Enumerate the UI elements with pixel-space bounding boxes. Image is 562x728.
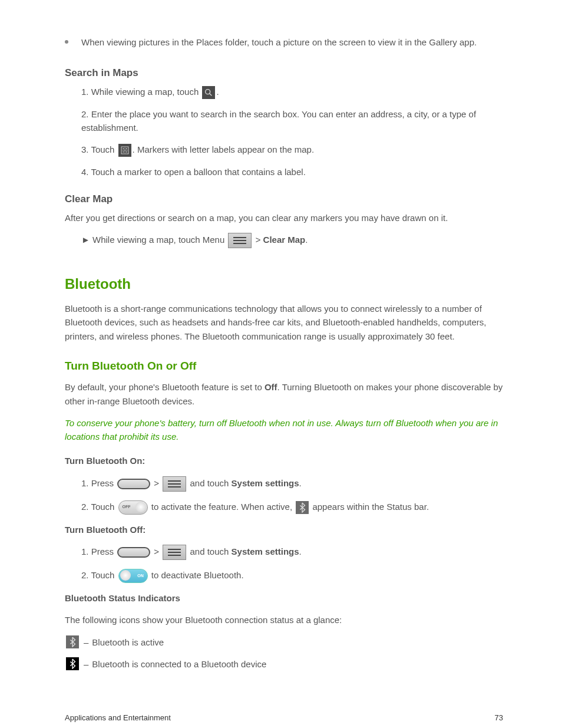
text: 1. While viewing a map, touch (81, 87, 201, 97)
bt-on-step-2: 2. Touch OFF ON to activate the feature.… (81, 500, 503, 515)
bluetooth-intro: Bluetooth is a short-range communication… (65, 302, 503, 343)
bt-on-step-1: 1. Press > and touch System settings. (81, 476, 503, 492)
bluetooth-status-icon (296, 501, 309, 514)
text: 2. Touch (81, 570, 117, 580)
bt-status-intro: The following icons show your Bluetooth … (65, 613, 503, 627)
bullet-text: When viewing pictures in the Places fold… (81, 35, 503, 49)
text: While viewing a map, touch Menu (92, 235, 227, 245)
dash: – (84, 657, 88, 671)
menu-icon (163, 476, 186, 492)
heading-search-in-maps: Search in Maps (65, 65, 503, 81)
text: 3. Touch (81, 144, 117, 154)
map-result-icon (118, 144, 131, 157)
svg-point-6 (125, 151, 127, 153)
text: . (299, 546, 302, 556)
turn-on-label: Turn Bluetooth On: (65, 454, 503, 467)
text: 1. Press (81, 478, 116, 488)
text: . (216, 87, 219, 97)
dash: – (84, 635, 88, 649)
bt-default-text: By default, your phone's Bluetooth featu… (65, 380, 503, 408)
bt-tip: To conserve your phone's battery, turn o… (65, 416, 503, 444)
indicator-text: Bluetooth is active (92, 635, 164, 649)
text: appears within the Status bar. (312, 502, 429, 512)
toggle-off-text: OFF (122, 504, 130, 510)
footer-page-number: 73 (495, 712, 503, 724)
search-step-2: 2. Enter the place you want to search in… (81, 107, 503, 135)
heading-bluetooth: Bluetooth (65, 273, 503, 295)
indicator-text: Bluetooth is connected to a Bluetooth de… (92, 657, 266, 671)
indicator-active: – Bluetooth is active (65, 635, 503, 649)
search-icon (202, 86, 215, 99)
bt-off-step-1: 1. Press > and touch System settings. (81, 545, 503, 560)
svg-point-5 (123, 151, 124, 153)
clear-map-label: Clear Map (263, 235, 306, 245)
text: > (154, 478, 161, 488)
text: . Markers with letter labels appear on t… (133, 144, 314, 154)
footer-section: Applications and Entertainment (65, 712, 171, 724)
text: . (299, 478, 302, 488)
toggle-off-icon: OFF ON (118, 500, 148, 515)
search-step-4: 4. Touch a marker to open a balloon that… (81, 165, 503, 179)
off-label: Off (265, 382, 277, 392)
text: to deactivate Bluetooth. (151, 570, 244, 580)
text: and touch (190, 546, 231, 556)
text: > (154, 546, 161, 556)
svg-point-3 (123, 148, 124, 149)
svg-point-4 (125, 148, 127, 149)
page-footer: Applications and Entertainment 73 (65, 712, 503, 724)
search-step-3: 3. Touch . Markers with letter labels ap… (81, 143, 503, 157)
toggle-on-text: ON (137, 573, 144, 579)
heading-bt-onoff: Turn Bluetooth On or Off (65, 357, 503, 374)
text: to activate the feature. When active, (151, 502, 295, 512)
indicator-connected: – Bluetooth is connected to a Bluetooth … (65, 657, 503, 671)
heading-clear-map: Clear Map (65, 192, 503, 207)
menu-icon (228, 233, 252, 248)
text: 2. Touch (81, 502, 117, 512)
text: 1. Press (81, 546, 116, 556)
text: By default, your phone's Bluetooth featu… (65, 382, 265, 392)
home-button-icon (117, 479, 150, 489)
text: and touch (190, 478, 231, 488)
system-settings-label: System settings (232, 478, 299, 488)
text: . (305, 235, 308, 245)
bt-status-heading: Bluetooth Status Indicators (65, 591, 503, 605)
menu-icon (163, 545, 186, 560)
home-button-icon (117, 547, 150, 558)
clear-map-step: ► While viewing a map, touch Menu > Clea… (81, 233, 503, 248)
svg-line-1 (210, 93, 212, 95)
toggle-on-icon: OFF ON (118, 569, 148, 583)
bluetooth-active-icon (66, 635, 79, 648)
bullet-dot (65, 40, 68, 44)
bullet-item: When viewing pictures in the Places fold… (65, 35, 503, 49)
search-step-1: 1. While viewing a map, touch . (81, 85, 503, 99)
text: > (256, 235, 263, 245)
bt-off-step-2: 2. Touch OFF ON to deactivate Bluetooth. (81, 568, 503, 583)
system-settings-label: System settings (232, 546, 299, 556)
turn-off-label: Turn Bluetooth Off: (65, 523, 503, 536)
bluetooth-connected-icon (66, 657, 79, 670)
clear-map-text: After you get directions or search on a … (65, 211, 503, 225)
